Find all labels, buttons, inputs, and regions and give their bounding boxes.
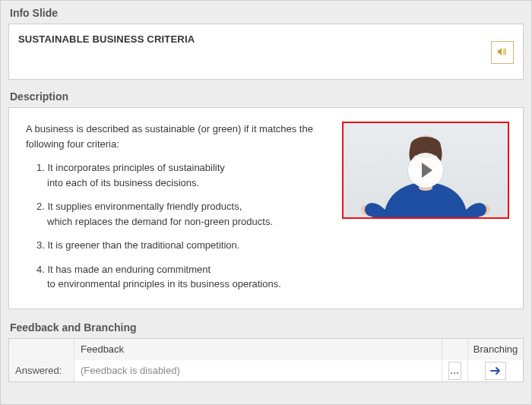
criteria-item: 3. It is greener than the traditional co…: [26, 238, 321, 253]
criteria-item: 4. It has made an enduring commitment to…: [26, 262, 321, 292]
feedback-header-row: Feedback Branching: [9, 339, 523, 360]
video-wrapper: [342, 122, 509, 292]
feedback-more-button[interactable]: ...: [448, 362, 461, 380]
arrow-right-icon: [490, 366, 501, 375]
branching-button[interactable]: [485, 362, 506, 380]
feedback-value[interactable]: (Feedback is disabled): [74, 360, 442, 381]
feedback-answered-row: Answered: (Feedback is disabled) ...: [9, 360, 523, 381]
description-text[interactable]: A business is described as sustainable (…: [26, 122, 321, 292]
criteria-item: 2. It supplies environmentally friendly …: [26, 199, 321, 229]
info-slide-box: SUSTAINABLE BUSINESS CRITERIA: [8, 24, 524, 80]
header-feedback: Feedback: [74, 339, 442, 360]
section-title-description: Description: [10, 90, 524, 103]
editor-panel: Info Slide SUSTAINABLE BUSINESS CRITERIA…: [0, 0, 532, 405]
description-box: A business is described as sustainable (…: [8, 107, 524, 309]
section-title-info: Info Slide: [10, 7, 524, 19]
feedback-table: Feedback Branching Answered: (Feedback i…: [8, 338, 524, 382]
header-spacer2: [442, 339, 468, 360]
video-thumbnail[interactable]: [342, 122, 509, 219]
description-intro: A business is described as sustainable (…: [26, 122, 315, 151]
audio-button[interactable]: [491, 41, 514, 64]
section-title-feedback: Feedback and Branching: [10, 321, 524, 334]
branching-cell: [468, 360, 523, 381]
header-branching: Branching: [468, 339, 523, 360]
answered-label: Answered:: [9, 360, 74, 381]
ellipsis-icon: ...: [450, 366, 459, 375]
feedback-more-cell: ...: [442, 360, 468, 381]
play-icon: [408, 153, 443, 188]
header-spacer: [9, 339, 74, 360]
speaker-icon: [496, 46, 508, 60]
criteria-item: 1. It incorporates principles of sustain…: [26, 160, 321, 190]
slide-title-text[interactable]: SUSTAINABLE BUSINESS CRITERIA: [18, 33, 195, 45]
